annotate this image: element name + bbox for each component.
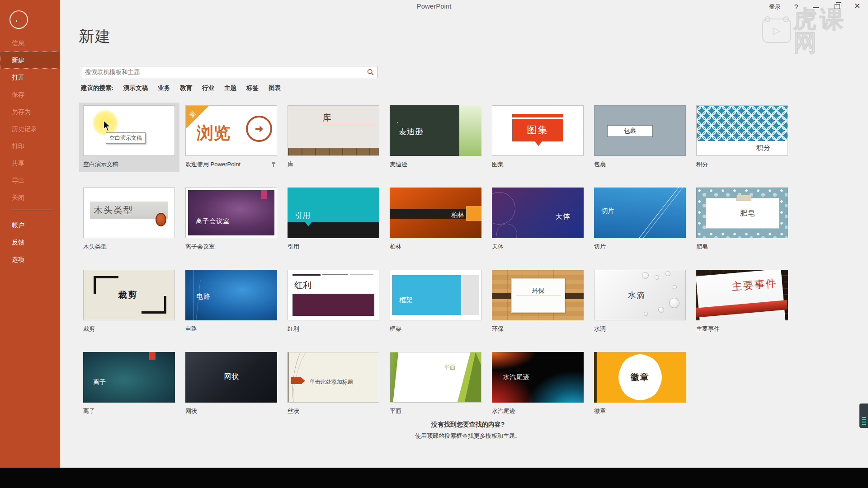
template-label: 天体 — [492, 243, 504, 251]
template-card-feizao[interactable]: 肥皂 肥皂 — [692, 185, 793, 254]
template-thumbnail: 新 浏览 ➜ — [185, 105, 277, 156]
template-card-ku[interactable]: 库 库 — [283, 103, 384, 172]
suggest-link-charts[interactable]: 图表 — [269, 84, 281, 92]
suggest-link-presentations[interactable]: 演示文稿 — [123, 84, 148, 92]
sidebar-item-save-as[interactable]: 另存为 — [0, 103, 60, 120]
sidebar-item-share[interactable]: 共享 — [0, 155, 60, 172]
search-input[interactable] — [81, 69, 363, 75]
hukewang-logo-icon: ▷ — [762, 19, 791, 43]
template-thumbnail: 水滴 — [594, 270, 686, 320]
template-label: 主要事件 — [696, 325, 720, 333]
template-thumbnail: 电路 — [185, 270, 277, 320]
template-card-shuidi[interactable]: 水滴 水滴 — [590, 267, 690, 337]
sidebar-item-info[interactable]: 信息 — [0, 34, 60, 52]
template-thumbnail: 图集 — [492, 105, 584, 156]
suggest-link-business[interactable]: 业务 — [158, 84, 170, 92]
template-card-huanbao[interactable]: 环保 环保 — [487, 267, 588, 337]
template-label: 徽章 — [594, 407, 606, 415]
template-label: 水汽尾迹 — [492, 407, 515, 415]
red-dot — [156, 213, 166, 226]
window-title: PowerPoint — [0, 2, 868, 10]
template-card-lizi[interactable]: 离子 离子 — [79, 349, 179, 419]
template-card-tianti[interactable]: 天体 天体 — [487, 185, 588, 254]
template-label: 麦迪逊 — [390, 160, 407, 169]
template-card-yinyong[interactable]: 引用 引用 — [283, 185, 384, 254]
template-label: 丝状 — [288, 407, 299, 415]
sidebar-item-print[interactable]: 打印 — [0, 137, 60, 155]
template-thumbnail: 柏林 — [390, 188, 481, 238]
search-icon[interactable] — [363, 66, 377, 78]
no-results-hint: 使用顶部的搜索框查找更多模板和主题。 — [415, 432, 521, 440]
template-thumbnail: 离子会议室 — [185, 188, 277, 238]
template-card-wood[interactable]: 木头类型 木头类型 — [79, 185, 179, 254]
suggest-link-themes[interactable]: 主题 — [224, 84, 236, 92]
template-grid: 空白演示文稿 新 浏览 ➜ 欢迎使用 PowerPoint 库 库 ’ 麦迪逊 — [79, 103, 793, 419]
template-card-kuangjia[interactable]: 框架 框架 — [385, 267, 486, 337]
sidebar-item-history[interactable]: 历史记录 — [0, 120, 60, 137]
template-card-zhuyaoshijian[interactable]: 主要事件 主要事件 — [692, 267, 793, 337]
sidebar-item-save[interactable]: 保存 — [0, 86, 60, 103]
pin-icon[interactable] — [271, 161, 276, 168]
template-label: 库 — [288, 160, 293, 169]
template-label: 空白演示文稿 — [83, 160, 118, 169]
template-label: 红利 — [288, 325, 299, 333]
badge-shape: 徽章 — [621, 357, 659, 398]
template-thumbnail: 木头类型 — [83, 188, 175, 238]
template-label: 环保 — [492, 325, 504, 333]
back-arrow-icon: ← — [14, 14, 24, 24]
template-card-sizhuang[interactable]: 单击此处添加标题 丝状 — [283, 349, 384, 419]
bottom-bar — [0, 468, 868, 488]
template-card-wangzhuang[interactable]: 网状 网状 — [181, 349, 282, 419]
tooltip: 空白演示文稿 — [106, 132, 146, 144]
sidebar-item-options[interactable]: 选项 — [0, 251, 60, 268]
suggested-searches: 建议的搜索: 演示文稿 业务 教育 行业 主题 标签 图表 — [81, 84, 281, 92]
suggest-link-labels[interactable]: 标签 — [246, 84, 259, 92]
template-card-dianlu[interactable]: 电路 电路 — [181, 267, 282, 337]
template-card-madison[interactable]: ’ 麦迪逊 麦迪逊 — [385, 103, 486, 172]
template-thumbnail: 平面 — [390, 352, 481, 403]
template-card-lizihuiyishi[interactable]: 离子会议室 离子会议室 — [181, 185, 282, 254]
template-card-shuiqiweiji[interactable]: 水汽尾迹 水汽尾迹 — [487, 349, 588, 419]
template-card-caijian[interactable]: 裁剪 裁剪 — [79, 267, 179, 337]
sidebar-item-new[interactable]: 新建 — [0, 52, 60, 69]
back-button[interactable]: ← — [9, 10, 28, 29]
suggest-link-industry[interactable]: 行业 — [202, 84, 214, 92]
template-card-jifen[interactable]: 积分 积分 — [692, 103, 793, 172]
close-icon[interactable]: ✕ — [854, 1, 860, 11]
suggest-link-education[interactable]: 教育 — [180, 84, 192, 92]
watermark-text: 虎课网 — [793, 7, 868, 54]
template-label: 木头类型 — [83, 243, 107, 251]
sidebar-item-export[interactable]: 导出 — [0, 172, 60, 189]
template-thumbnail: 环保 — [492, 270, 584, 320]
template-card-hongli[interactable]: 红利 红利 — [283, 267, 384, 337]
template-card-qiepian[interactable]: 切片 切片 — [590, 185, 690, 254]
template-card-tuji[interactable]: 图集 图集 — [487, 103, 588, 172]
template-card-pingmian[interactable]: 平面 平面 — [385, 349, 486, 419]
template-label: 裁剪 — [83, 325, 95, 333]
template-label: 肥皂 — [696, 243, 708, 251]
sidebar-item-open[interactable]: 打开 — [0, 69, 60, 86]
template-card-huizhang[interactable]: 徽章 徽章 — [590, 349, 690, 419]
help-icon[interactable]: ? — [794, 3, 798, 10]
template-card-welcome[interactable]: 新 浏览 ➜ 欢迎使用 PowerPoint — [181, 103, 282, 172]
minimize-icon[interactable] — [813, 7, 819, 8]
template-thumbnail: 主要事件 — [696, 270, 788, 320]
template-label: 切片 — [594, 243, 606, 251]
template-card-bolin[interactable]: 柏林 柏林 — [385, 185, 486, 254]
template-thumbnail: 框架 — [390, 270, 481, 320]
template-label: 柏林 — [390, 243, 401, 251]
sidebar-item-close[interactable]: 关闭 — [0, 189, 60, 206]
sidebar-item-account[interactable]: 帐户 — [0, 216, 60, 234]
docked-widget[interactable] — [859, 404, 868, 428]
template-card-baoguo[interactable]: 包裹 包裹 — [590, 103, 690, 172]
template-thumbnail: 包裹 — [594, 105, 686, 156]
template-label: 框架 — [390, 325, 401, 333]
template-thumbnail: 网状 — [185, 352, 277, 403]
sidebar-item-feedback[interactable]: 反馈 — [0, 234, 60, 251]
template-thumbnail: 引用 — [288, 188, 379, 238]
template-thumbnail: 徽章 — [594, 352, 686, 403]
restore-icon[interactable] — [835, 4, 840, 9]
sign-in-button[interactable]: 登录 — [769, 3, 781, 11]
template-label: 平面 — [390, 407, 401, 415]
template-thumbnail: 裁剪 — [83, 270, 175, 320]
